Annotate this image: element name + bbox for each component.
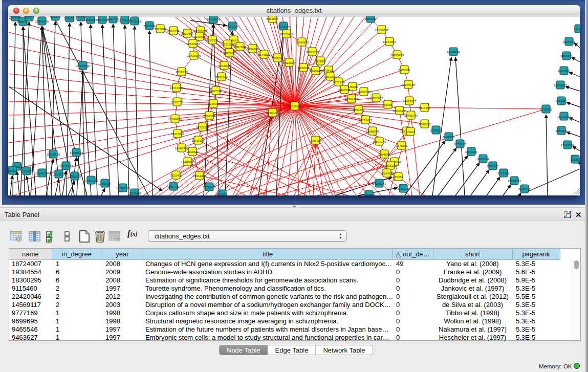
svg-text:10958107: 10958107 xyxy=(98,182,112,185)
svg-text:7485063: 7485063 xyxy=(398,69,410,72)
svg-text:1990448: 1990448 xyxy=(310,70,322,73)
svg-text:13325419: 13325419 xyxy=(280,33,294,36)
svg-text:12505135: 12505135 xyxy=(68,175,82,178)
svg-text:9242845: 9242845 xyxy=(218,64,230,68)
svg-text:1588520: 1588520 xyxy=(271,57,284,60)
svg-text:10671355: 10671355 xyxy=(128,20,142,23)
svg-text:8660123: 8660123 xyxy=(167,30,180,33)
svg-text:1362615: 1362615 xyxy=(297,67,310,70)
svg-text:8186328: 8186328 xyxy=(206,39,219,42)
svg-text:20364436: 20364436 xyxy=(345,98,359,101)
svg-text:11353594: 11353594 xyxy=(196,126,210,129)
svg-text:1156829: 1156829 xyxy=(21,170,33,173)
svg-text:16914459: 16914459 xyxy=(193,174,207,178)
svg-text:1640954: 1640954 xyxy=(430,129,442,132)
svg-text:1493822: 1493822 xyxy=(186,150,199,154)
svg-text:7955812: 7955812 xyxy=(314,60,326,63)
svg-text:7632621: 7632621 xyxy=(487,165,499,168)
svg-text:2803144: 2803144 xyxy=(215,76,228,79)
svg-text:16549495: 16549495 xyxy=(168,118,182,121)
svg-text:16210643: 16210643 xyxy=(557,115,571,118)
svg-text:13640910: 13640910 xyxy=(295,41,309,44)
svg-text:9857791: 9857791 xyxy=(167,185,180,188)
svg-text:12213383: 12213383 xyxy=(170,86,184,90)
svg-text:1569292: 1569292 xyxy=(555,129,568,133)
svg-text:20206536: 20206536 xyxy=(47,153,60,156)
svg-text:9327508: 9327508 xyxy=(193,35,206,38)
svg-text:1080313: 1080313 xyxy=(63,17,76,20)
svg-text:7875692: 7875692 xyxy=(396,144,408,147)
svg-text:252254: 252254 xyxy=(393,176,404,179)
svg-text:18724007: 18724007 xyxy=(288,105,302,108)
svg-text:1733426: 1733426 xyxy=(397,187,409,190)
svg-text:12942737: 12942737 xyxy=(35,172,49,175)
svg-text:6379197: 6379197 xyxy=(454,143,466,146)
svg-text:864209: 864209 xyxy=(50,16,61,18)
svg-text:2867608: 2867608 xyxy=(234,46,246,49)
svg-text:8938923: 8938923 xyxy=(443,136,455,139)
svg-text:1615132: 1615132 xyxy=(384,164,397,167)
svg-text:16033809: 16033809 xyxy=(207,18,221,21)
svg-text:9427512: 9427512 xyxy=(210,90,222,93)
svg-text:39154: 39154 xyxy=(8,169,17,172)
svg-text:10688609: 10688609 xyxy=(366,130,380,133)
svg-text:16154808: 16154808 xyxy=(375,29,389,32)
svg-text:1010755: 1010755 xyxy=(171,101,183,104)
svg-text:12923448: 12923448 xyxy=(128,192,142,195)
svg-text:1621072: 1621072 xyxy=(324,75,336,78)
svg-text:8912954: 8912954 xyxy=(181,32,193,35)
svg-text:8471626: 8471626 xyxy=(497,172,510,175)
svg-text:10654112: 10654112 xyxy=(508,180,521,183)
svg-text:1575074: 1575074 xyxy=(563,40,575,43)
svg-text:117004: 117004 xyxy=(208,102,219,105)
svg-text:12975125: 12975125 xyxy=(402,83,416,86)
svg-text:12213967: 12213967 xyxy=(383,40,397,43)
svg-text:8454749: 8454749 xyxy=(247,48,259,51)
svg-text:10543362: 10543362 xyxy=(186,42,200,46)
svg-text:546: 546 xyxy=(231,39,237,42)
svg-text:12093872: 12093872 xyxy=(554,84,568,87)
svg-text:9227342: 9227342 xyxy=(558,70,570,73)
svg-text:25300213: 25300213 xyxy=(266,112,280,115)
svg-text:16782759: 16782759 xyxy=(116,187,130,190)
svg-text:12409948: 12409948 xyxy=(181,161,195,164)
svg-text:2718170: 2718170 xyxy=(176,71,188,74)
svg-text:14463627: 14463627 xyxy=(403,100,417,103)
svg-text:8322037: 8322037 xyxy=(283,61,295,64)
svg-text:7625402: 7625402 xyxy=(170,174,182,177)
svg-text:5678334: 5678334 xyxy=(192,139,204,142)
svg-text:10975867: 10975867 xyxy=(59,165,73,168)
svg-text:111204: 111204 xyxy=(574,28,580,31)
svg-text:1114519: 1114519 xyxy=(53,173,65,176)
svg-text:9329966: 9329966 xyxy=(560,55,573,58)
svg-text:10653267: 10653267 xyxy=(84,18,98,21)
svg-text:9146821: 9146821 xyxy=(258,53,270,56)
svg-text:15716485: 15716485 xyxy=(203,186,216,189)
svg-text:1090448: 1090448 xyxy=(363,193,375,196)
svg-text:1244415: 1244415 xyxy=(555,100,568,103)
svg-text:20053346: 20053346 xyxy=(76,64,90,68)
svg-text:995713: 995713 xyxy=(24,16,35,19)
svg-text:14196141: 14196141 xyxy=(373,182,386,185)
svg-text:14923: 14923 xyxy=(406,130,415,134)
svg-text:6497508: 6497508 xyxy=(338,89,351,92)
svg-text:7857224: 7857224 xyxy=(226,25,238,28)
svg-text:3215955: 3215955 xyxy=(540,108,552,111)
svg-text:10648784: 10648784 xyxy=(447,51,461,54)
svg-text:9777169: 9777169 xyxy=(333,81,345,84)
svg-text:16961758: 16961758 xyxy=(306,51,319,54)
svg-text:10025438: 10025438 xyxy=(393,110,407,113)
svg-text:9474444: 9474444 xyxy=(465,150,477,154)
svg-text:10046786: 10046786 xyxy=(175,147,189,150)
svg-text:997514: 997514 xyxy=(217,193,228,196)
svg-text:20691406: 20691406 xyxy=(35,20,49,23)
svg-text:9115460: 9115460 xyxy=(419,106,431,110)
svg-text:9245652: 9245652 xyxy=(518,188,531,191)
svg-text:9699695: 9699695 xyxy=(419,123,431,126)
svg-text:17957255: 17957255 xyxy=(84,179,98,182)
svg-text:15720407: 15720407 xyxy=(359,119,373,122)
svg-text:19218506: 19218506 xyxy=(277,25,291,28)
svg-text:9884067: 9884067 xyxy=(378,153,390,156)
svg-text:62166: 62166 xyxy=(384,103,393,106)
svg-text:7663822: 7663822 xyxy=(154,28,166,31)
